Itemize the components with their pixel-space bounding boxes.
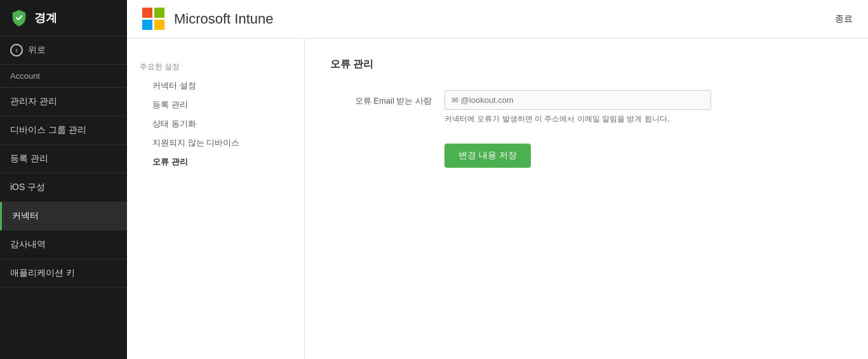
back-label: 위로 <box>28 44 46 56</box>
sidebar-item-enrollment[interactable]: 등록 관리 <box>0 145 127 173</box>
ms-logo-red <box>142 8 152 18</box>
email-input-group: 커넥터에 오류가 발생하면 이 주소에서 이메일 알림을 받게 됩니다. <box>444 90 843 125</box>
ms-logo-yellow <box>154 20 164 30</box>
topbar-title: Microsoft Intune <box>174 11 274 27</box>
sidebar-item-ios[interactable]: iOS 구성 <box>0 173 127 202</box>
sub-nav: 주요한 설정 커넥터 설정 등록 관리 상태 동기화 지원되지 않는 디바이스 … <box>127 39 305 359</box>
save-form-row: 변경 내용 저장 <box>330 137 843 168</box>
sidebar: 경계 ‹ 위로 Account 관리자 관리 디바이스 그룹 관리 등록 관리 … <box>0 0 127 359</box>
email-form-label: 오류 Email 받는 사람 <box>330 90 432 107</box>
shield-icon <box>10 9 28 27</box>
save-button[interactable]: 변경 내용 저장 <box>444 144 531 168</box>
section-title: 오류 관리 <box>330 58 843 71</box>
sub-nav-main-settings-label: 주요한 설정 <box>127 58 304 76</box>
sidebar-title: 경계 <box>34 10 57 25</box>
back-arrow-icon: ‹ <box>10 44 23 57</box>
sub-nav-enrollment-mgmt[interactable]: 등록 관리 <box>127 95 304 114</box>
microsoft-logo <box>142 8 165 30</box>
sidebar-item-admin[interactable]: 관리자 관리 <box>0 88 127 116</box>
ms-logo-green <box>154 8 164 18</box>
topbar-left: Microsoft Intune <box>142 8 274 30</box>
sub-nav-error-mgmt[interactable]: 오류 관리 <box>127 152 304 172</box>
sidebar-item-app-key[interactable]: 애플리케이션 키 <box>0 259 127 288</box>
sidebar-item-audit[interactable]: 감사내역 <box>0 231 127 259</box>
main-content: Microsoft Intune 종료 주요한 설정 커넥터 설정 등록 관리 … <box>127 0 868 359</box>
detail-panel: 오류 관리 오류 Email 받는 사람 커넥터에 오류가 발생하면 이 주소에… <box>305 39 868 359</box>
email-input[interactable] <box>444 90 711 110</box>
save-button-group: 변경 내용 저장 <box>444 137 843 168</box>
topbar: Microsoft Intune 종료 <box>127 0 868 39</box>
sub-nav-connector-settings[interactable]: 커넥터 설정 <box>127 76 304 95</box>
content-area: 주요한 설정 커넥터 설정 등록 관리 상태 동기화 지원되지 않는 디바이스 … <box>127 39 868 359</box>
save-label-spacer <box>330 137 432 142</box>
email-form-row: 오류 Email 받는 사람 커넥터에 오류가 발생하면 이 주소에서 이메일 … <box>330 90 843 125</box>
account-label: Account <box>0 65 127 88</box>
back-button[interactable]: ‹ 위로 <box>0 36 127 65</box>
email-hint: 커넥터에 오류가 발생하면 이 주소에서 이메일 알림을 받게 됩니다. <box>444 114 711 125</box>
close-button[interactable]: 종료 <box>835 13 853 25</box>
sidebar-item-device-group[interactable]: 디바이스 그룹 관리 <box>0 116 127 145</box>
sub-nav-status-sync[interactable]: 상태 동기화 <box>127 114 304 133</box>
sidebar-item-connector[interactable]: 커넥터 <box>0 202 127 231</box>
sub-nav-unsupported-devices[interactable]: 지원되지 않는 디바이스 <box>127 133 304 152</box>
sidebar-header: 경계 <box>0 0 127 36</box>
ms-logo-blue <box>142 20 152 30</box>
